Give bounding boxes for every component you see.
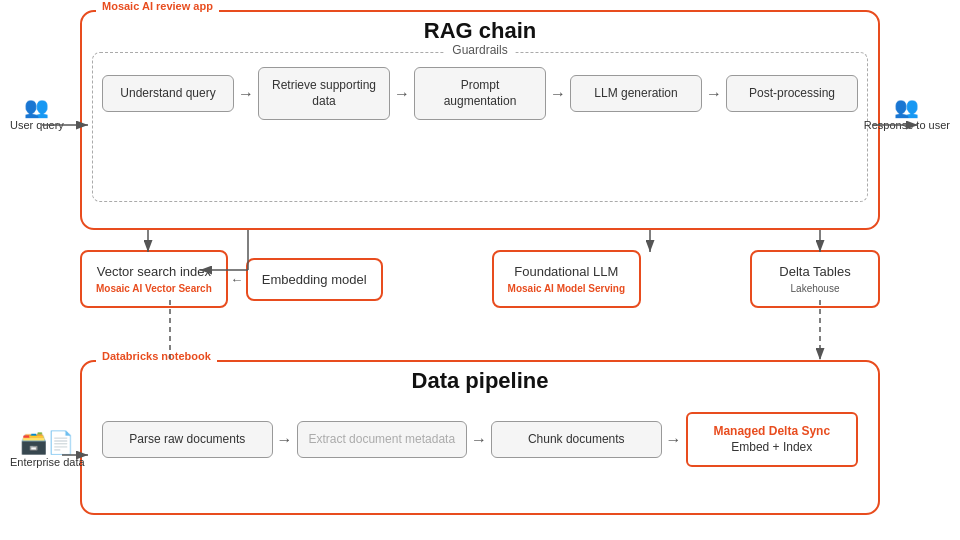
- pipeline-section-label: Databricks notebook: [96, 350, 217, 362]
- arrow-3: →: [546, 85, 570, 103]
- guardrails-label: Guardrails: [444, 43, 515, 57]
- rag-process-flow: Understand query → Retrieve supporting d…: [102, 67, 858, 120]
- vector-search-box: Vector search index Mosaic AI Vector Sea…: [80, 250, 228, 308]
- llm-gen-box: LLM generation: [570, 75, 702, 113]
- pipe-arrow-2: →: [467, 431, 491, 449]
- enterprise-data: 🗃️📄 Enterprise data: [10, 430, 85, 468]
- chunk-docs-box: Chunk documents: [491, 421, 662, 459]
- rag-title: RAG chain: [82, 18, 878, 44]
- retrieve-data-box: Retrieve supporting data: [258, 67, 390, 120]
- pipeline-flow: Parse raw documents → Extract document m…: [102, 412, 858, 467]
- arrow-4: →: [702, 85, 726, 103]
- parse-docs-box: Parse raw documents: [102, 421, 273, 459]
- diagram-container: Mosaic AI review app RAG chain Guardrail…: [0, 0, 960, 540]
- rag-section: Mosaic AI review app RAG chain Guardrail…: [80, 10, 880, 230]
- middle-arrow-1: ←: [228, 272, 246, 287]
- pipeline-section: Databricks notebook Data pipeline Parse …: [80, 360, 880, 515]
- db-icon: 🗃️📄: [20, 430, 74, 455]
- middle-row: Vector search index Mosaic AI Vector Sea…: [80, 250, 880, 308]
- managed-delta-box: Managed Delta Sync Embed + Index: [686, 412, 859, 467]
- response-user: 👥 Response to user: [864, 95, 950, 131]
- extract-meta-box: Extract document metadata: [297, 421, 468, 459]
- arrow-1: →: [234, 85, 258, 103]
- pipe-arrow-3: →: [662, 431, 686, 449]
- post-proc-box: Post-processing: [726, 75, 858, 113]
- delta-tables-box: Delta Tables Lakehouse: [750, 250, 880, 308]
- understand-query-box: Understand query: [102, 75, 234, 113]
- pipeline-title: Data pipeline: [82, 368, 878, 394]
- prompt-aug-box: Prompt augmentation: [414, 67, 546, 120]
- foundational-llm-box: Foundational LLM Mosaic AI Model Serving: [492, 250, 641, 308]
- response-icon: 👥: [864, 95, 950, 119]
- rag-section-label: Mosaic AI review app: [96, 0, 219, 12]
- embedding-model-box: Embedding model: [246, 258, 383, 301]
- arrow-2: →: [390, 85, 414, 103]
- pipe-arrow-1: →: [273, 431, 297, 449]
- user-query: 👥 User query: [10, 95, 64, 131]
- user-icon: 👥: [10, 95, 64, 119]
